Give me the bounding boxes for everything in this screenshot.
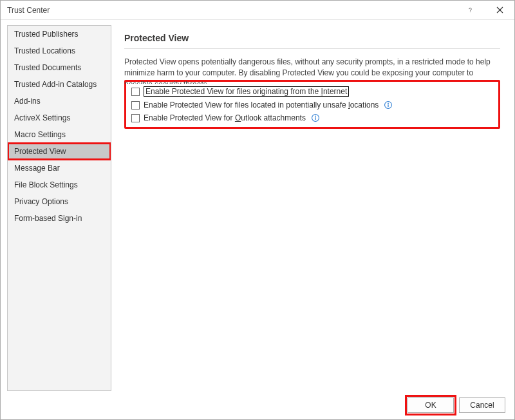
checkbox-icon[interactable]	[131, 114, 140, 122]
sidebar-item-label: Add-ins	[14, 97, 41, 106]
content-pane: Protected View Protected View opens pote…	[111, 25, 508, 391]
window-title: Trust Center	[7, 6, 455, 15]
sidebar: Trusted Publishers Trusted Locations Tru…	[7, 25, 111, 391]
option-label: Enable Protected View for files located …	[144, 100, 379, 110]
sidebar-item-label: File Block Settings	[14, 180, 78, 189]
sidebar-item-label: Trusted Locations	[14, 46, 75, 55]
help-button[interactable]	[455, 1, 485, 20]
sidebar-item-label: Message Bar	[14, 164, 60, 173]
sidebar-item-label: Protected View	[14, 147, 66, 156]
ok-button[interactable]: OK	[407, 397, 454, 413]
cancel-label: Cancel	[470, 401, 494, 410]
sidebar-item-activex-settings[interactable]: ActiveX Settings	[8, 110, 111, 126]
titlebar: Trust Center	[1, 1, 514, 20]
svg-point-0	[469, 12, 470, 12]
dialog-body: Trusted Publishers Trusted Locations Tru…	[1, 20, 514, 391]
checkbox-icon[interactable]	[131, 88, 140, 96]
sidebar-item-protected-view[interactable]: Protected View	[8, 143, 111, 160]
sidebar-item-label: Macro Settings	[14, 130, 66, 139]
sidebar-item-label: Trusted Add-in Catalogs	[14, 80, 97, 89]
sidebar-item-label: Privacy Options	[14, 197, 68, 206]
sidebar-item-file-block-settings[interactable]: File Block Settings	[8, 177, 111, 193]
sidebar-item-trusted-locations[interactable]: Trusted Locations	[8, 43, 111, 59]
options-group: Enable Protected View for files originat…	[124, 80, 500, 129]
checkbox-icon[interactable]	[131, 101, 140, 110]
sidebar-item-label: Form-based Sign-in	[14, 214, 82, 223]
info-icon[interactable]	[311, 113, 320, 122]
svg-rect-6	[315, 117, 315, 120]
info-icon[interactable]	[384, 100, 393, 110]
close-icon	[496, 6, 503, 14]
sidebar-item-label: ActiveX Settings	[14, 113, 70, 122]
svg-point-2	[388, 103, 389, 104]
sidebar-item-privacy-options[interactable]: Privacy Options	[8, 193, 111, 210]
sidebar-item-macro-settings[interactable]: Macro Settings	[8, 126, 111, 143]
svg-point-5	[315, 116, 316, 117]
option-outlook-attachments[interactable]: Enable Protected View for Outlook attach…	[130, 111, 494, 124]
sidebar-item-label: Trusted Publishers	[14, 30, 79, 39]
sidebar-item-trusted-addin-catalogs[interactable]: Trusted Add-in Catalogs	[8, 76, 111, 93]
option-label: Enable Protected View for Outlook attach…	[144, 113, 306, 122]
ok-label: OK	[425, 401, 436, 410]
help-icon	[467, 6, 474, 14]
option-unsafe-locations[interactable]: Enable Protected View for files located …	[130, 99, 494, 111]
close-button[interactable]	[485, 1, 514, 20]
sidebar-item-form-based-signin[interactable]: Form-based Sign-in	[8, 210, 111, 227]
sidebar-item-trusted-documents[interactable]: Trusted Documents	[8, 59, 111, 76]
cancel-button[interactable]: Cancel	[459, 397, 505, 413]
dialog-footer: OK Cancel	[1, 391, 514, 419]
option-label: Enable Protected View for files originat…	[144, 86, 349, 97]
sidebar-item-label: Trusted Documents	[14, 63, 81, 72]
sidebar-item-addins[interactable]: Add-ins	[8, 93, 111, 110]
sidebar-item-trusted-publishers[interactable]: Trusted Publishers	[8, 26, 111, 43]
sidebar-item-message-bar[interactable]: Message Bar	[8, 160, 111, 177]
option-internet[interactable]: Enable Protected View for files originat…	[130, 84, 494, 99]
section-header: Protected View	[124, 33, 500, 49]
svg-rect-3	[388, 104, 389, 107]
